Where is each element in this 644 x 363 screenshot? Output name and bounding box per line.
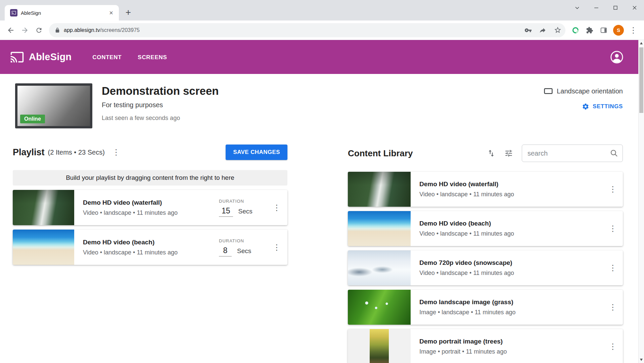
- library-item-title: Demo HD video (beach): [419, 220, 603, 227]
- filter-tune-icon[interactable]: [504, 149, 513, 158]
- library-item-title: Demo portrait image (trees): [419, 338, 603, 345]
- scrollbar-thumb[interactable]: [639, 47, 643, 113]
- item-menu-kebab-icon[interactable]: ⋮: [273, 243, 281, 251]
- beach-thumbnail: [348, 211, 411, 246]
- url-domain: app.ablesign.tv: [64, 27, 100, 33]
- duration-block: DURATION 15 Secs: [219, 199, 269, 217]
- library-item-snowscape[interactable]: Demo 720p video (snowscape) Video • land…: [348, 250, 623, 285]
- library-toolbar: [487, 149, 513, 158]
- trees-thumbnail-strip: [370, 329, 389, 363]
- library-item-meta: Image • landscape • 11 minutes ago: [419, 309, 603, 316]
- brand[interactable]: AbleSign: [10, 50, 72, 64]
- orientation-label: Landscape orientation: [557, 87, 623, 95]
- search-input[interactable]: [527, 150, 610, 157]
- tab-close-icon[interactable]: ×: [107, 8, 116, 17]
- password-key-icon[interactable]: [522, 25, 534, 36]
- item-menu-kebab-icon[interactable]: ⋮: [273, 204, 281, 212]
- scrollbar-up-arrow[interactable]: [640, 42, 643, 44]
- settings-button[interactable]: SETTINGS: [544, 103, 623, 110]
- grass-thumbnail: [348, 290, 411, 325]
- url-text: app.ablesign.tv/screens/203975: [64, 27, 519, 33]
- library-item-meta: Video • landscape • 11 minutes ago: [419, 270, 603, 277]
- page-scrollbar[interactable]: [638, 40, 644, 363]
- page-content: AbleSign CONTENT SCREENS Online Demonstr…: [0, 40, 638, 363]
- browser-tab-strip: AbleSign × +: [0, 0, 644, 21]
- extension-green-ring-icon[interactable]: [569, 24, 582, 37]
- lock-icon: [54, 27, 60, 33]
- library-item-meta: Video • landscape • 11 minutes ago: [419, 230, 603, 237]
- item-menu-kebab-icon[interactable]: ⋮: [609, 342, 617, 351]
- gear-icon: [582, 103, 589, 110]
- library-item-body: Demo HD video (waterfall) Video • landsc…: [419, 180, 603, 198]
- window-menu-chevron-icon[interactable]: [567, 0, 587, 15]
- account-circle-icon[interactable]: [610, 50, 624, 64]
- item-menu-kebab-icon[interactable]: ⋮: [609, 264, 617, 272]
- library-item-waterfall[interactable]: Demo HD video (waterfall) Video • landsc…: [348, 172, 623, 207]
- save-changes-button[interactable]: SAVE CHANGES: [226, 145, 287, 160]
- playlist-menu-kebab-icon[interactable]: ⋮: [112, 148, 120, 156]
- window-maximize-icon[interactable]: [606, 0, 625, 15]
- search-box: [522, 145, 623, 162]
- ablesign-favicon-icon: [10, 9, 17, 16]
- new-tab-button[interactable]: +: [122, 6, 134, 18]
- screen-thumbnail: Online: [15, 83, 92, 128]
- duration-value-input[interactable]: 8: [219, 246, 232, 256]
- sort-icon[interactable]: [487, 149, 496, 158]
- scrollbar-down-arrow[interactable]: [640, 359, 643, 361]
- library-item-meta: Video • landscape • 11 minutes ago: [419, 191, 603, 198]
- waterfall-thumbnail: [348, 172, 411, 207]
- item-menu-kebab-icon[interactable]: ⋮: [609, 303, 617, 311]
- library-item-title: Demo landscape image (grass): [419, 298, 603, 306]
- library-item-grass[interactable]: Demo landscape image (grass) Image • lan…: [348, 290, 623, 325]
- playlist-drop-hint: Build your playlist by dragging content …: [13, 170, 287, 186]
- main-content: Playlist (2 Items • 23 Secs) ⋮ SAVE CHAN…: [0, 128, 638, 363]
- nav-content[interactable]: CONTENT: [92, 54, 122, 61]
- nav-screens[interactable]: SCREENS: [138, 54, 167, 61]
- trees-thumbnail: [348, 329, 411, 363]
- reload-icon[interactable]: [32, 24, 46, 37]
- library-item-meta: Image • portrait • 11 minutes ago: [419, 348, 603, 355]
- secs-label: Secs: [238, 208, 252, 215]
- item-menu-kebab-icon[interactable]: ⋮: [609, 225, 617, 233]
- extensions-puzzle-icon[interactable]: [583, 24, 596, 37]
- screen-title: Demonstration screen: [102, 85, 219, 97]
- playlist-item-body: Demo HD video (beach) Video • landscape …: [83, 239, 219, 256]
- landscape-orientation-icon: [544, 87, 553, 95]
- forward-icon[interactable]: [18, 24, 32, 37]
- profile-avatar[interactable]: S: [613, 25, 624, 36]
- back-icon[interactable]: [4, 24, 17, 37]
- item-menu-kebab-icon[interactable]: ⋮: [609, 185, 617, 193]
- library-item-body: Demo landscape image (grass) Image • lan…: [419, 298, 603, 316]
- secs-label: Secs: [237, 247, 251, 255]
- library-title: Content Library: [348, 148, 413, 159]
- browser-tab[interactable]: AbleSign ×: [5, 5, 119, 21]
- search-icon[interactable]: [610, 149, 618, 158]
- browser-menu-kebab-icon[interactable]: ⋮: [627, 24, 640, 37]
- playlist-title: Playlist: [13, 147, 45, 158]
- app-header: AbleSign CONTENT SCREENS: [0, 40, 638, 74]
- side-panel-icon[interactable]: [597, 24, 610, 37]
- address-bar[interactable]: app.ablesign.tv/screens/203975: [49, 23, 565, 37]
- app-nav: CONTENT SCREENS: [92, 54, 167, 61]
- playlist-item-waterfall[interactable]: Demo HD video (waterfall) Video • landsc…: [13, 190, 287, 225]
- playlist-header: Playlist (2 Items • 23 Secs) ⋮ SAVE CHAN…: [13, 145, 287, 160]
- cast-logo-icon: [10, 50, 24, 64]
- window-minimize-icon[interactable]: [587, 0, 606, 15]
- bookmark-star-icon[interactable]: [552, 25, 563, 36]
- tab-title: AbleSign: [21, 10, 103, 16]
- kebab-glyph: ⋮: [629, 26, 637, 34]
- screen-details: Demonstration screen For testing purpose…: [102, 83, 219, 128]
- screen-subtitle: For testing purposes: [102, 101, 219, 109]
- library-item-beach[interactable]: Demo HD video (beach) Video • landscape …: [348, 211, 623, 246]
- window-close-icon[interactable]: [625, 0, 644, 15]
- playlist-item-title: Demo HD video (beach): [83, 239, 219, 246]
- library-item-trees[interactable]: Demo portrait image (trees) Image • port…: [348, 329, 623, 363]
- share-icon[interactable]: [537, 25, 549, 36]
- duration-value-input[interactable]: 15: [219, 206, 233, 217]
- playlist-item-beach[interactable]: Demo HD video (beach) Video • landscape …: [13, 230, 287, 265]
- settings-label: SETTINGS: [593, 103, 623, 110]
- playlist-summary: (2 Items • 23 Secs): [48, 149, 105, 156]
- screen-actions: Landscape orientation SETTINGS: [544, 83, 623, 128]
- duration-label: DURATION: [219, 238, 269, 243]
- window-controls: [567, 0, 644, 15]
